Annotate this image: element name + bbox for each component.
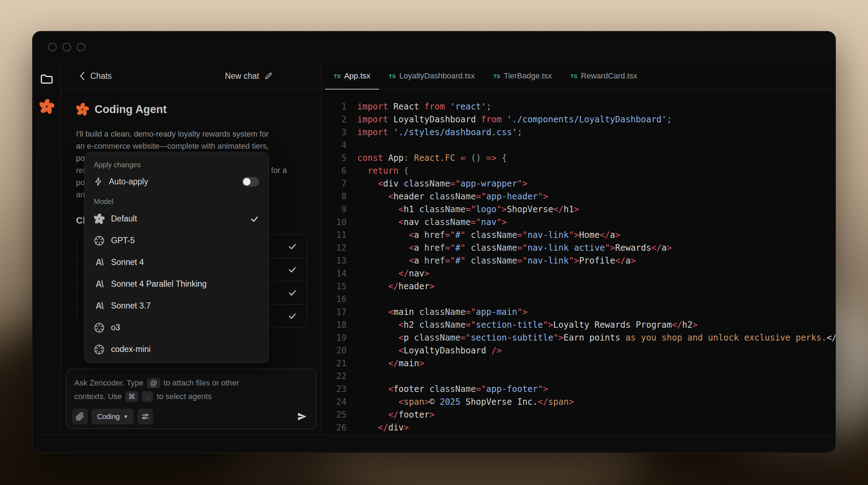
model-option-o3[interactable]: o3	[94, 317, 259, 338]
code-line: 12 <a href="#" className="nav-link activ…	[322, 241, 836, 254]
line-number: 9	[322, 203, 347, 216]
model-option-sonnet-4-parallel-thinking[interactable]: A\Sonnet 4 Parallel Thinking	[94, 273, 259, 295]
model-option-label: Default	[111, 214, 137, 224]
agent-title: Coding Agent	[95, 103, 167, 116]
chats-label: Chats	[90, 71, 112, 81]
new-chat-button[interactable]: New chat	[225, 71, 273, 81]
zencoder-rail-button[interactable]	[39, 99, 54, 114]
model-option-codex-mini[interactable]: codex-mini	[94, 338, 259, 360]
line-number: 1	[322, 100, 347, 113]
typescript-icon: TS	[334, 73, 340, 79]
model-option-sonnet-4[interactable]: A\Sonnet 4	[94, 251, 259, 273]
lightning-icon	[94, 177, 103, 186]
app-window: Chats New chat Coding Agent I'll buil	[32, 31, 836, 453]
model-option-gpt-5[interactable]: GPT-5	[94, 230, 259, 251]
line-number: 12	[322, 241, 347, 254]
code-line: 21 </main>	[322, 357, 836, 370]
line-number: 23	[322, 383, 347, 395]
typescript-icon: TS	[389, 73, 396, 79]
editor-tab-bar: TSApp.tsxTSLoyaltyDashboard.tsxTSTierBad…	[322, 63, 836, 90]
line-number: 22	[322, 370, 347, 383]
model-option-default[interactable]: Default	[94, 208, 259, 230]
line-number: 18	[322, 318, 347, 331]
line-number: 14	[322, 267, 347, 280]
check-icon	[288, 288, 297, 297]
check-icon	[288, 242, 297, 251]
code-line: 7 <div className="app-wrapper">	[322, 177, 836, 190]
window-zoom-button[interactable]	[77, 43, 85, 51]
tab-tierbadge-tsx[interactable]: TSTierBadge.tsx	[484, 63, 561, 89]
send-message-button[interactable]	[295, 409, 309, 424]
chat-header: Chats New chat	[61, 63, 321, 90]
line-number: 4	[322, 139, 347, 152]
tab-label: LoyaltyDashboard.tsx	[399, 71, 475, 81]
code-line: 14 </nav>	[322, 267, 836, 280]
code-line: 2import LoyaltyDashboard from './compone…	[322, 113, 836, 126]
window-close-button[interactable]	[48, 43, 57, 51]
tab-app-tsx[interactable]: TSApp.tsx	[324, 63, 380, 89]
line-number: 27	[322, 434, 347, 435]
code-editor[interactable]: 1import React from 'react';2import Loyal…	[322, 90, 836, 435]
line-number: 2	[322, 113, 347, 126]
typescript-icon: TS	[493, 73, 500, 79]
line-number: 21	[322, 357, 347, 370]
tab-loyaltydashboard-tsx[interactable]: TSLoyaltyDashboard.tsx	[380, 63, 484, 89]
composer-placeholder-line1: Ask Zencoder. Type @ to attach files or …	[74, 376, 308, 390]
check-icon	[288, 265, 297, 274]
code-line: 24 <span>© 2025 ShopVerse Inc.</span>	[322, 395, 836, 408]
window-minimize-button[interactable]	[62, 43, 71, 51]
typescript-icon: TS	[570, 73, 577, 79]
code-line: 13 <a href="#" className="nav-link">Prof…	[322, 254, 836, 267]
code-line: 20 <LoyaltyDashboard />	[322, 344, 836, 357]
files-rail-button[interactable]	[39, 71, 54, 86]
line-number: 3	[322, 126, 347, 139]
code-line: 15 </header>	[322, 280, 836, 293]
message-composer[interactable]: Ask Zencoder. Type @ to attach files or …	[66, 369, 317, 429]
line-number: 19	[322, 331, 347, 344]
toggle-knob	[243, 178, 251, 185]
send-icon	[297, 411, 307, 422]
cmd-keycap: ⌘	[125, 391, 138, 402]
model-option-label: Sonnet 3.7	[111, 301, 151, 311]
openai-icon	[94, 322, 105, 333]
code-line: 22	[322, 370, 836, 383]
code-line: 27 )	[322, 434, 836, 435]
code-line: 26 </div>	[322, 421, 836, 434]
anthropic-icon: A\	[94, 279, 105, 290]
chats-back-button[interactable]: Chats	[79, 71, 112, 81]
code-line: 17 <main className="app-main">	[322, 306, 836, 318]
zencoder-logo-icon	[39, 99, 54, 114]
window-titlebar	[32, 31, 836, 63]
editor-panel: TSApp.tsxTSLoyaltyDashboard.tsxTSTierBad…	[322, 63, 836, 435]
anthropic-icon: A\	[94, 301, 105, 311]
code-line: 4	[322, 139, 836, 152]
code-line: 8 <header className="app-header">	[322, 190, 836, 203]
openai-icon	[94, 235, 105, 246]
apply-changes-section-label: Apply changes	[94, 161, 259, 169]
auto-apply-row[interactable]: Auto-apply	[94, 172, 259, 191]
code-line: 9 <h1 className="logo">ShopVerse</h1>	[322, 203, 836, 216]
attach-file-button[interactable]	[72, 409, 88, 424]
model-option-label: o3	[111, 323, 120, 332]
model-option-label: codex-mini	[111, 344, 151, 354]
line-number: 25	[322, 408, 347, 421]
openai-icon	[94, 344, 105, 355]
sliders-icon	[141, 412, 150, 421]
selected-check-icon	[250, 214, 259, 224]
tab-rewardcard-tsx[interactable]: TSRewardCard.tsx	[561, 63, 646, 89]
line-number: 24	[322, 395, 347, 408]
line-number: 8	[322, 190, 347, 203]
code-line: 3import './styles/dashboard.css';	[322, 126, 836, 139]
paperclip-icon	[76, 412, 84, 421]
agent-selector-dropdown[interactable]: Coding ▼	[91, 409, 134, 424]
line-number: 15	[322, 280, 347, 293]
auto-apply-toggle[interactable]	[242, 177, 259, 187]
agent-selector-label: Coding	[97, 413, 120, 421]
line-number: 17	[322, 306, 347, 318]
line-number: 10	[322, 216, 347, 229]
line-number: 7	[322, 177, 347, 190]
tab-label: TierBadge.tsx	[504, 71, 552, 81]
composer-settings-button[interactable]	[137, 409, 153, 424]
model-option-sonnet-3-7[interactable]: A\Sonnet 3.7	[94, 295, 259, 317]
chevron-left-icon	[79, 71, 86, 81]
